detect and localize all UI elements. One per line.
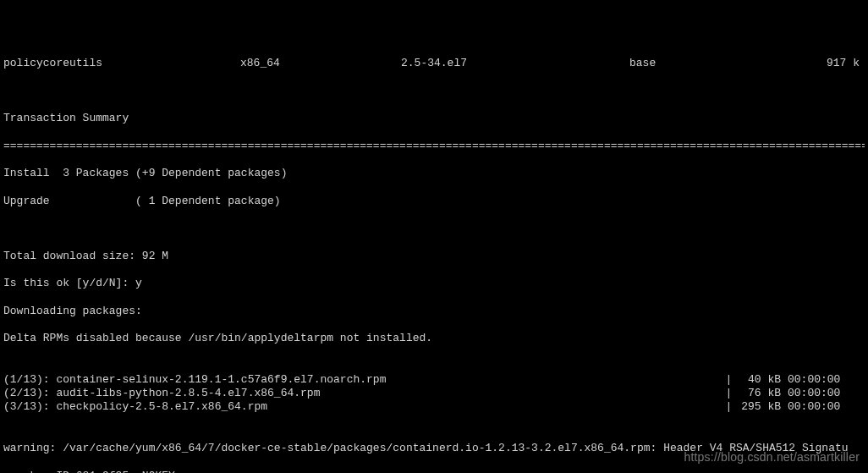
downloading-label: Downloading packages:: [3, 305, 865, 318]
summary-title: Transaction Summary: [3, 112, 865, 125]
col-name: policycoreutils: [3, 57, 240, 70]
package-sep: |: [722, 400, 735, 414]
package-list-1: (1/13): container-selinux-2.119.1-1.c57a…: [3, 373, 865, 415]
package-label: (2/13): audit-libs-python-2.8.5-4.el7.x8…: [3, 387, 722, 400]
package-row: (3/13): checkpolicy-2.5-8.el7.x86_64.rpm…: [3, 400, 865, 414]
package-size: 76 kB: [735, 387, 788, 400]
package-label: (1/13): container-selinux-2.119.1-1.c57a…: [3, 373, 722, 387]
col-arch: x86_64: [240, 57, 401, 70]
blank-line: [3, 222, 865, 235]
package-row: (2/13): audit-libs-python-2.8.5-4.el7.x8…: [3, 387, 865, 400]
package-label: (3/13): checkpolicy-2.5-8.el7.x86_64.rpm: [3, 400, 722, 414]
package-header-row: policycoreutils x86_64 2.5-34.el7 base 9…: [3, 57, 865, 70]
package-row: (1/13): container-selinux-2.119.1-1.c57a…: [3, 373, 865, 387]
divider-top: ========================================…: [3, 140, 865, 153]
col-version: 2.5-34.el7: [401, 57, 629, 70]
col-repo: base: [629, 57, 752, 70]
package-time: 00:00:00: [788, 373, 852, 387]
delta-warning: Delta RPMs disabled because /usr/bin/app…: [3, 332, 865, 345]
package-time: 00:00:00: [788, 400, 852, 414]
download-size: Total download size: 92 M: [3, 250, 865, 263]
sig-warning-2: re, key ID 621e9f35: NOKEY: [3, 470, 865, 474]
package-size: 40 kB: [735, 373, 788, 387]
blank-line: [3, 85, 865, 98]
package-sep: |: [722, 373, 735, 387]
package-size: 295 kB: [735, 400, 788, 414]
watermark: https://blog.csdn.net/asmartkiller: [684, 450, 860, 465]
install-summary: Install 3 Packages (+9 Dependent package…: [3, 167, 865, 180]
package-time: 00:00:00: [788, 387, 852, 400]
confirm-prompt-1[interactable]: Is this ok [y/d/N]: y: [3, 277, 865, 290]
col-size: 917 k: [752, 57, 865, 70]
upgrade-summary: Upgrade ( 1 Dependent package): [3, 195, 865, 208]
package-sep: |: [722, 387, 735, 400]
